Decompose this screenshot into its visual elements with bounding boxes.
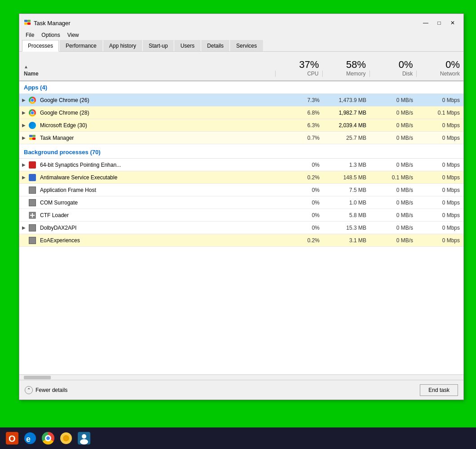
h-scrollbar[interactable] (19, 374, 463, 380)
menu-file[interactable]: File (22, 31, 38, 39)
menu-view[interactable]: View (64, 31, 83, 39)
taskbar-office-icon[interactable]: O (4, 431, 20, 446)
col-cpu-label[interactable]: CPU (276, 71, 323, 77)
table-row[interactable]: ▶ EoAExperiences 0.2% 3.1 MB 0 MB/s 0 Mb… (19, 234, 463, 247)
process-icon (28, 236, 36, 245)
expand-icon[interactable]: ▶ (19, 175, 28, 180)
minimize-button[interactable]: — (419, 18, 432, 27)
title-bar: Task Manager — □ ✕ (19, 14, 463, 30)
column-headers: ▲ 37% 58% 0% 0% Name CPU Memory Disk Net… (19, 52, 463, 81)
expand-icon[interactable]: ▶ (19, 162, 28, 167)
taskbar-people-icon[interactable] (76, 431, 92, 446)
fewer-details-icon: ⌃ (25, 386, 33, 394)
tab-users[interactable]: Users (174, 40, 200, 51)
process-name: Application Frame Host (38, 187, 276, 193)
process-cpu: 6.3% (276, 122, 323, 129)
expand-icon[interactable]: ▶ (19, 123, 28, 128)
process-name: Google Chrome (26) (38, 97, 276, 103)
close-button[interactable]: ✕ (446, 18, 459, 27)
process-memory: 1.3 MB (323, 162, 370, 168)
svg-rect-0 (24, 20, 27, 22)
process-name: Antimalware Service Executable (38, 174, 276, 181)
apps-title: Apps (4) (24, 84, 47, 91)
disk-percentage: 0% (369, 59, 417, 71)
process-memory: 1,982.7 MB (323, 110, 370, 116)
table-row[interactable]: ▶ COM Surrogate 0% 1.0 MB 0 MB/s 0 Mbps (19, 196, 463, 209)
process-cpu: 0% (276, 162, 323, 168)
expand-icon[interactable]: ▶ (19, 98, 28, 102)
svg-rect-3 (27, 22, 31, 25)
col-network-label[interactable]: Network (417, 71, 463, 77)
process-disk: 0 MB/s (370, 212, 417, 218)
table-row[interactable]: ▶ 64-bit Synaptics Pointing Enhan... 0% … (19, 159, 463, 171)
sort-arrow-cell: ▲ (19, 62, 276, 71)
table-row[interactable]: ▶ DolbyDAX2API 0% 15.3 MB 0 MB/s 0 Mbps (19, 222, 463, 234)
sort-arrow-row: ▲ 37% 58% 0% 0% (19, 52, 463, 71)
taskbar-unknown-icon[interactable] (58, 431, 74, 446)
table-row[interactable]: ▶ Application Frame Host 0% 7.5 MB 0 MB/… (19, 184, 463, 196)
process-disk: 0 MB/s (370, 187, 417, 193)
process-memory: 2,039.4 MB (323, 122, 370, 129)
process-network: 0 Mbps (417, 135, 463, 141)
tab-bar: Processes Performance App history Start-… (19, 40, 463, 52)
process-cpu: 7.3% (276, 97, 323, 103)
process-disk: 0 MB/s (370, 162, 417, 168)
process-memory: 1,473.9 MB (323, 97, 370, 103)
bg-section-header: Background processes (70) (19, 146, 463, 159)
process-cpu: 0% (276, 212, 323, 218)
fewer-details-button[interactable]: ⌃ Fewer details (25, 386, 67, 394)
process-network: 0 Mbps (417, 187, 463, 193)
process-disk: 0 MB/s (370, 122, 417, 129)
process-network: 0 Mbps (417, 212, 463, 218)
menu-bar: File Options View (19, 30, 463, 40)
process-network: 0 Mbps (417, 162, 463, 168)
process-icon (28, 109, 36, 117)
tab-processes[interactable]: Processes (22, 40, 59, 52)
process-name: CTF Loader (38, 212, 276, 218)
process-disk: 0 MB/s (370, 237, 417, 244)
process-list[interactable]: Apps (4) ▶ Google Chrome (26) 7.3% 1,473… (19, 81, 463, 374)
table-row[interactable]: ▶ Google Chrome (28) 6.8% 1,982.7 MB 0 M… (19, 107, 463, 119)
sort-arrow-icon[interactable]: ▲ (24, 64, 28, 69)
process-network: 0 Mbps (417, 200, 463, 206)
table-row[interactable]: ▶ Microsoft Edge (30) 6.3% 2,039.4 MB 0 … (19, 119, 463, 132)
menu-options[interactable]: Options (38, 31, 63, 39)
expand-icon[interactable]: ▶ (19, 225, 28, 230)
tab-services[interactable]: Services (230, 40, 262, 51)
fewer-details-label: Fewer details (36, 387, 67, 393)
col-memory-label[interactable]: Memory (323, 71, 370, 77)
table-row[interactable]: ▶ Google Chrome (26) 7.3% 1,473.9 MB 0 M… (19, 94, 463, 107)
expand-icon[interactable]: ▶ (19, 135, 28, 140)
table-row[interactable]: ▶ CTF Loader 0% 5.8 MB 0 MB/s 0 Mbps (19, 209, 463, 222)
expand-icon[interactable]: ▶ (19, 110, 28, 115)
taskbar-edge-icon[interactable]: e (22, 431, 38, 446)
process-cpu: 0% (276, 200, 323, 206)
maximize-button[interactable]: □ (433, 18, 445, 27)
col-disk-label[interactable]: Disk (370, 71, 417, 77)
col-name-label[interactable]: Name (19, 71, 276, 77)
tab-performance[interactable]: Performance (60, 40, 102, 51)
memory-percentage: 58% (323, 59, 370, 71)
taskmgr-title-icon (24, 19, 31, 27)
svg-point-19 (80, 439, 88, 445)
apps-section-header: Apps (4) (19, 81, 463, 94)
process-memory: 7.5 MB (323, 187, 370, 193)
svg-text:e: e (26, 435, 31, 444)
svg-rect-5 (32, 135, 36, 137)
process-name: 64-bit Synaptics Pointing Enhan... (38, 162, 276, 168)
tab-details[interactable]: Details (201, 40, 230, 51)
task-manager-window: Task Manager — □ ✕ File Options View Pro… (19, 13, 464, 400)
table-row[interactable]: ▶ Antimalware Service Executable 0.2% 14… (19, 171, 463, 184)
process-memory: 5.8 MB (323, 212, 370, 218)
table-row[interactable]: ▶ Task Manager 0.7% 25.7 MB 0 MB/s 0 Mbp… (19, 132, 463, 144)
end-task-button[interactable]: End task (420, 384, 458, 396)
tab-app-history[interactable]: App history (103, 40, 142, 51)
process-cpu: 0.2% (276, 237, 323, 244)
process-cpu: 0% (276, 225, 323, 231)
svg-rect-7 (32, 138, 36, 140)
taskbar-chrome-icon[interactable] (40, 431, 56, 446)
svg-rect-1 (27, 20, 31, 22)
process-icon (28, 161, 36, 169)
process-icon (28, 173, 36, 182)
tab-startup[interactable]: Start-up (143, 40, 174, 51)
